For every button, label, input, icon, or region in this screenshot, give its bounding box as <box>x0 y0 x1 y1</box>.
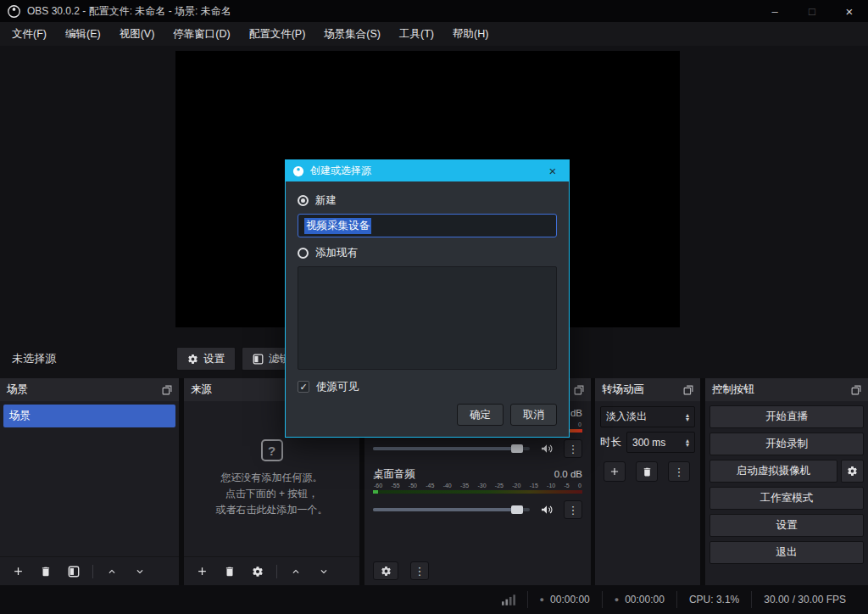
fps-value: 30.00 / 30.00 FPS <box>764 594 846 606</box>
exit-button[interactable]: 退出 <box>709 541 864 564</box>
menu-scene-collection[interactable]: 场景集合(S) <box>314 22 390 46</box>
add-scene-button[interactable] <box>8 562 27 581</box>
menu-view[interactable]: 视图(V) <box>110 22 164 46</box>
menu-profile[interactable]: 配置文件(P) <box>240 22 315 46</box>
scenes-toolbar <box>0 556 179 585</box>
dialog-title-bar: 创建或选择源 × <box>286 160 569 181</box>
start-recording-button[interactable]: 开始录制 <box>709 433 864 455</box>
empty-line: 点击下面的 + 按钮， <box>225 486 319 502</box>
record-time-value: 00:00:00 <box>625 594 665 606</box>
empty-line: 您还没有添加任何源。 <box>221 470 323 486</box>
radio-unselected-icon[interactable] <box>298 248 309 259</box>
duration-label: 时长 <box>600 435 621 449</box>
volume-slider-fill <box>373 508 517 511</box>
move-scene-up-button[interactable] <box>103 562 121 581</box>
volume-slider-handle[interactable] <box>511 444 523 453</box>
maximize-button[interactable]: □ <box>793 0 831 22</box>
source-properties-gear-icon[interactable] <box>248 562 267 581</box>
record-timer: ● 00:00:00 <box>602 591 676 608</box>
source-settings-button[interactable]: 设置 <box>176 347 236 371</box>
sources-dock-title: 来源 <box>191 382 212 397</box>
duration-spinner-icons[interactable]: ▴▾ <box>682 438 689 447</box>
existing-sources-list[interactable] <box>298 266 557 370</box>
menu-tools[interactable]: 工具(T) <box>390 22 443 46</box>
scene-filters-icon[interactable] <box>64 562 83 581</box>
radio-selected-icon[interactable] <box>298 195 309 206</box>
mixer-source-row: 桌面音频 0.0 dB -60-55-50-45-40-35-30-25-20-… <box>364 466 591 521</box>
status-bar: ● 00:00:00 ● 00:00:00 CPU: 3.1% 30.00 / … <box>0 585 868 614</box>
controls-popout-icon[interactable] <box>851 385 861 395</box>
close-button[interactable]: × <box>831 0 868 22</box>
settings-button[interactable]: 设置 <box>709 514 864 537</box>
mixer-popout-icon[interactable] <box>574 385 584 395</box>
menu-docks[interactable]: 停靠窗口(D) <box>164 22 239 46</box>
cancel-button[interactable]: 取消 <box>510 404 557 426</box>
window-controls: – □ × <box>756 0 868 22</box>
ok-button[interactable]: 确定 <box>457 404 504 426</box>
sources-toolbar <box>184 556 359 585</box>
mixer-source-name: 桌面音频 <box>373 467 415 482</box>
mixer-menu-dots-button[interactable]: ⋮ <box>410 561 429 580</box>
volume-slider[interactable] <box>373 447 530 450</box>
source-settings-label: 设置 <box>203 352 225 366</box>
menu-help[interactable]: 帮助(H) <box>443 22 498 46</box>
minimize-button[interactable]: – <box>756 0 793 22</box>
transitions-dock-title: 转场动画 <box>602 382 644 397</box>
mixer-options-dots-button[interactable]: ⋮ <box>564 439 582 458</box>
title-bar: OBS 30.0.2 - 配置文件: 未命名 - 场景: 未命名 – □ × <box>0 0 868 22</box>
source-name-input[interactable]: 视频采集设备 <box>298 214 557 237</box>
controls-dock: 控制按钮 开始直播 开始录制 启动虚拟摄像机 工作室模式 设置 退出 <box>705 378 868 585</box>
dialog-close-button[interactable]: × <box>543 160 562 181</box>
scenes-list: 场景 <box>0 401 179 556</box>
add-source-button[interactable] <box>192 562 211 581</box>
obs-logo-icon <box>292 165 304 177</box>
stream-time-value: 00:00:00 <box>550 594 590 606</box>
speaker-icon[interactable] <box>540 503 554 516</box>
radio-create-new[interactable]: 新建 <box>298 193 557 207</box>
move-source-down-button[interactable] <box>314 562 333 581</box>
transition-properties-dots-button[interactable]: ⋮ <box>668 461 690 482</box>
record-status-dot: ● <box>615 595 619 604</box>
mixer-options-dots-button[interactable]: ⋮ <box>564 500 582 519</box>
no-source-label: 未选择源 <box>12 351 56 366</box>
obs-logo-icon <box>8 5 20 18</box>
dialog-body: 新建 视频采集设备 添加现有 ✓ 使源可见 确定 取消 <box>286 181 569 438</box>
radio-add-existing-label: 添加现有 <box>315 246 358 260</box>
start-streaming-button[interactable]: 开始直播 <box>709 405 864 428</box>
move-source-up-button[interactable] <box>287 562 305 581</box>
duration-input[interactable]: 300 ms ▴▾ <box>626 432 695 453</box>
cpu-usage-value: CPU: 3.1% <box>689 594 739 606</box>
controls-body: 开始直播 开始录制 启动虚拟摄像机 工作室模式 设置 退出 <box>705 401 868 585</box>
start-virtual-camera-button[interactable]: 启动虚拟摄像机 <box>709 460 837 483</box>
source-visible-checkbox[interactable]: ✓ 使源可见 <box>298 380 557 394</box>
combo-spinner-icons[interactable]: ▴▾ <box>682 413 689 421</box>
studio-mode-button[interactable]: 工作室模式 <box>709 487 864 510</box>
advanced-audio-gear-button[interactable] <box>373 561 398 580</box>
gear-icon <box>847 466 858 477</box>
transitions-popout-icon[interactable] <box>683 385 693 395</box>
move-scene-down-button[interactable] <box>131 562 149 581</box>
scene-list-item[interactable]: 场景 <box>3 405 175 427</box>
transition-select[interactable]: 淡入淡出 ▴▾ <box>600 406 695 427</box>
volume-scale: -60-55-50-45-40-35-30-25-20-15-10-50 <box>373 482 582 489</box>
controls-dock-header: 控制按钮 <box>705 378 868 401</box>
add-transition-button[interactable] <box>604 461 626 482</box>
volume-slider-handle[interactable] <box>511 505 523 514</box>
remove-scene-button[interactable] <box>36 562 55 581</box>
menu-file[interactable]: 文件(F) <box>3 22 56 46</box>
scenes-popout-icon[interactable] <box>162 385 172 395</box>
remove-transition-button[interactable] <box>636 461 658 482</box>
remove-source-button[interactable] <box>220 562 239 581</box>
speaker-icon[interactable] <box>540 442 554 455</box>
volume-slider[interactable] <box>373 508 530 511</box>
create-source-dialog: 创建或选择源 × 新建 视频采集设备 添加现有 ✓ 使源可见 确定 取消 <box>285 159 570 438</box>
radio-create-new-label: 新建 <box>315 193 337 208</box>
transitions-dock-header: 转场动画 <box>595 378 700 401</box>
checkbox-checked-icon[interactable]: ✓ <box>298 381 309 393</box>
menu-edit[interactable]: 编辑(E) <box>56 22 110 46</box>
virtual-camera-settings-button[interactable] <box>841 460 864 483</box>
menu-bar: 文件(F) 编辑(E) 视图(V) 停靠窗口(D) 配置文件(P) 场景集合(S… <box>0 22 868 46</box>
radio-add-existing[interactable]: 添加现有 <box>298 246 557 260</box>
signal-bars-icon <box>490 591 527 608</box>
controls-dock-title: 控制按钮 <box>712 382 754 397</box>
